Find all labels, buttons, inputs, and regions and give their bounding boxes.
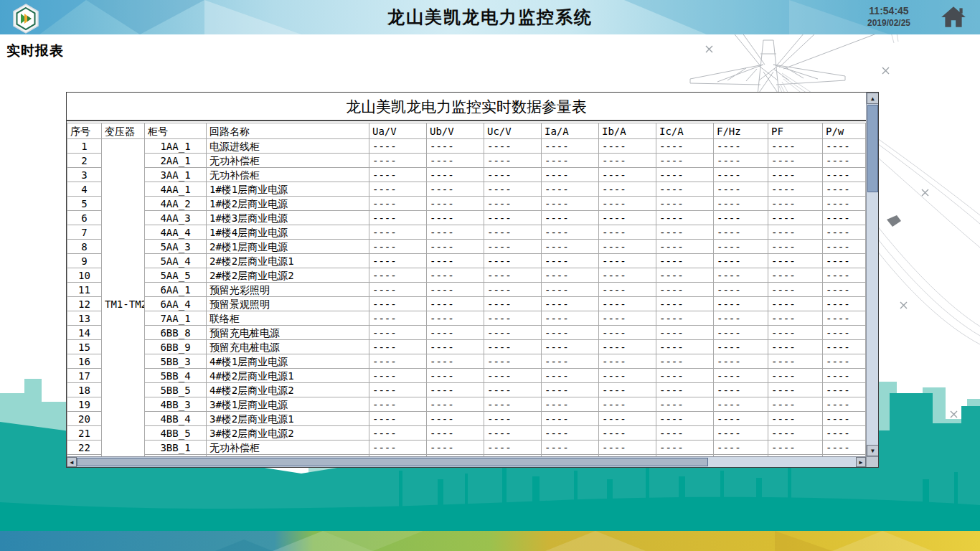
value-cell: ---- xyxy=(823,268,866,283)
value-cell: ---- xyxy=(484,168,542,182)
report-table-header-row: 序号变压器柜号回路名称Ua/VUb/VUc/VIa/AIb/AIc/AF/HzP… xyxy=(67,123,866,139)
circuit-name-cell: 3#楼2层商业电源2 xyxy=(207,426,369,441)
value-cell: ---- xyxy=(369,225,427,240)
row-index-cell: 10 xyxy=(67,268,102,283)
column-header: Ub/V xyxy=(427,123,484,139)
value-cell: ---- xyxy=(768,154,823,168)
value-cell: ---- xyxy=(714,168,768,182)
home-icon[interactable] xyxy=(940,4,967,29)
value-cell: ---- xyxy=(427,139,484,154)
value-cell: ---- xyxy=(823,369,866,383)
value-cell: ---- xyxy=(484,354,542,369)
circuit-name-cell: 1#楼2层商业电源 xyxy=(207,197,369,211)
cabinet-cell: 4BB_4 xyxy=(145,412,207,426)
value-cell: ---- xyxy=(542,197,599,211)
value-cell: ---- xyxy=(542,326,599,340)
value-cell: ---- xyxy=(427,412,484,426)
value-cell: ---- xyxy=(484,369,542,383)
column-header: 柜号 xyxy=(145,123,207,139)
value-cell: ---- xyxy=(427,283,484,297)
table-row: 156BB_9预留充电桩电源--------------------------… xyxy=(67,340,866,354)
scroll-left-button[interactable]: ◀ xyxy=(67,457,77,467)
value-cell: ---- xyxy=(656,441,714,455)
value-cell: ---- xyxy=(768,397,823,412)
clock-date: 2019/02/25 xyxy=(849,17,928,29)
horizontal-scrollbar-thumb[interactable] xyxy=(77,458,708,466)
horizontal-scrollbar[interactable]: ◀ ▶ xyxy=(67,456,866,467)
row-index-cell: 14 xyxy=(67,326,102,340)
value-cell: ---- xyxy=(768,383,823,397)
value-cell: ---- xyxy=(768,441,823,455)
table-row: 95AA_42#楼2层商业电源1------------------------… xyxy=(67,254,866,268)
scroll-down-button[interactable]: ▼ xyxy=(867,445,879,456)
value-cell: ---- xyxy=(714,426,768,441)
value-cell: ---- xyxy=(484,254,542,268)
value-cell: ---- xyxy=(542,240,599,254)
cabinet-cell: 4AA_1 xyxy=(145,182,207,197)
report-table: 序号变压器柜号回路名称Ua/VUb/VUc/VIa/AIb/AIc/AF/HzP… xyxy=(67,123,866,468)
transformer-cell: TM1-TM2 xyxy=(102,139,145,468)
value-cell: ---- xyxy=(427,197,484,211)
circuit-name-cell: 3#楼2层商业电源1 xyxy=(207,412,369,426)
row-index-cell: 16 xyxy=(67,354,102,369)
value-cell: ---- xyxy=(599,211,656,225)
table-row: 54AA_21#楼2层商业电源-------------------------… xyxy=(67,197,866,211)
value-cell: ---- xyxy=(542,211,599,225)
vertical-scrollbar-thumb[interactable] xyxy=(867,105,878,192)
value-cell: ---- xyxy=(768,340,823,354)
value-cell: ---- xyxy=(823,426,866,441)
value-cell: ---- xyxy=(714,441,768,455)
value-cell: ---- xyxy=(714,182,768,197)
value-cell: ---- xyxy=(369,139,427,154)
scroll-right-button[interactable]: ▶ xyxy=(856,457,866,467)
value-cell: ---- xyxy=(768,354,823,369)
value-cell: ---- xyxy=(369,283,427,297)
circuit-name-cell: 预留光彩照明 xyxy=(207,283,369,297)
cabinet-cell: 5AA_3 xyxy=(145,240,207,254)
app-logo-icon xyxy=(11,3,41,34)
value-cell: ---- xyxy=(484,311,542,326)
value-cell: ---- xyxy=(656,397,714,412)
value-cell: ---- xyxy=(656,297,714,311)
cabinet-cell: 5BB_5 xyxy=(145,383,207,397)
row-index-cell: 9 xyxy=(67,254,102,268)
cabinet-cell: 4AA_2 xyxy=(145,197,207,211)
value-cell: ---- xyxy=(656,225,714,240)
circuit-name-cell: 2#楼2层商业电源1 xyxy=(207,254,369,268)
header-clock: 11:54:45 2019/02/25 xyxy=(849,4,928,29)
report-title: 龙山美凯龙电力监控实时数据参量表 xyxy=(67,93,866,121)
value-cell: ---- xyxy=(599,197,656,211)
report-panel: 龙山美凯龙电力监控实时数据参量表 序号变压器柜号回路名称Ua/VUb/VUc/V… xyxy=(66,92,879,468)
value-cell: ---- xyxy=(599,369,656,383)
value-cell: ---- xyxy=(656,254,714,268)
cabinet-cell: 7AA_1 xyxy=(145,311,207,326)
column-header: P/w xyxy=(823,123,866,139)
value-cell: ---- xyxy=(823,340,866,354)
value-cell: ---- xyxy=(714,340,768,354)
value-cell: ---- xyxy=(369,197,427,211)
table-row: 44AA_11#楼1层商业电源-------------------------… xyxy=(67,182,866,197)
scroll-up-button[interactable]: ▲ xyxy=(867,93,879,104)
value-cell: ---- xyxy=(768,182,823,197)
value-cell: ---- xyxy=(599,412,656,426)
cabinet-cell: 5AA_5 xyxy=(145,268,207,283)
value-cell: ---- xyxy=(427,441,484,455)
column-header: 回路名称 xyxy=(207,123,369,139)
value-cell: ---- xyxy=(823,412,866,426)
column-header: Ib/A xyxy=(599,123,656,139)
value-cell: ---- xyxy=(599,254,656,268)
scrollbar-corner xyxy=(866,456,878,467)
value-cell: ---- xyxy=(369,441,427,455)
value-cell: ---- xyxy=(369,340,427,354)
value-cell: ---- xyxy=(542,369,599,383)
vertical-scrollbar[interactable]: ▲ ▼ xyxy=(866,93,878,456)
value-cell: ---- xyxy=(714,283,768,297)
value-cell: ---- xyxy=(484,383,542,397)
column-header: F/Hz xyxy=(714,123,768,139)
cabinet-cell: 5AA_4 xyxy=(145,254,207,268)
value-cell: ---- xyxy=(542,426,599,441)
column-header: Ua/V xyxy=(369,123,427,139)
row-index-cell: 11 xyxy=(67,283,102,297)
value-cell: ---- xyxy=(484,211,542,225)
circuit-name-cell: 无功补偿柜 xyxy=(207,168,369,182)
